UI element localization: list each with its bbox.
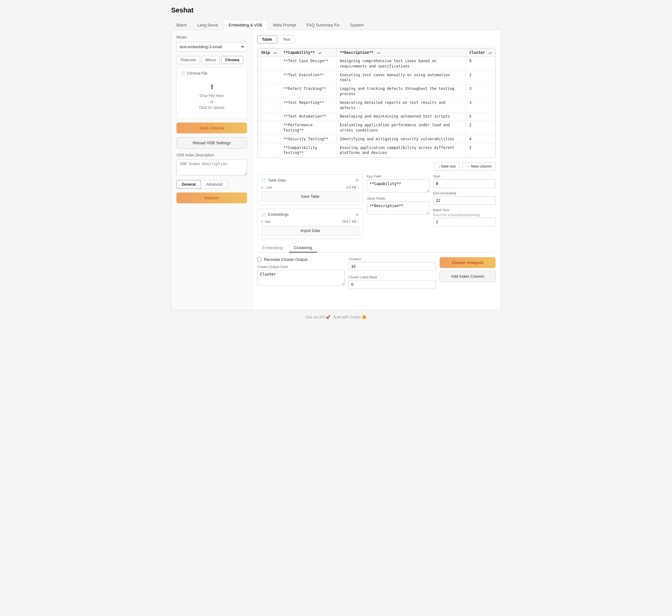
vdb-index-desc-label: VDB Index Description [176,153,247,157]
tab-clustering[interactable]: Clustering [289,243,317,252]
vdb-tab-milvus[interactable]: Milvus [201,56,220,64]
start-label: Start [433,174,496,178]
cell-skip [258,85,280,99]
general-advanced-tabs: General Advanced [176,180,247,189]
advanced-tab[interactable]: Advanced [201,180,228,189]
file-box-table-close[interactable]: ✕ [355,178,359,183]
table-row: **Test Case Design** Designing comprehen… [258,57,495,71]
cell-description: Designing comprehensive test cases based… [337,57,466,71]
file-box-table: 📄 Table Data ✕ c....csv 1.6 KB ↓ Save Ta… [257,174,363,205]
file-box-embeddings-close[interactable]: ✕ [355,212,359,217]
col-skip[interactable]: Skip ▲▼ [258,49,280,57]
save-table-button[interactable]: Save Table [261,192,359,201]
cluster-label-base-input[interactable] [349,280,436,289]
cluster-output-field-input[interactable]: Cluster [257,270,345,285]
upload-area[interactable]: 📄 Chroma File ⬆ Drop File Here - or - Cl… [176,67,247,119]
refresh-button[interactable]: Refresh [176,192,247,203]
file-size-table: c....csv 1.6 KB ↓ [261,185,359,189]
tab-meta-prompt[interactable]: Meta Prompt [267,20,301,30]
cell-skip [258,135,280,143]
cell-cluster: 3 [466,85,495,99]
batch-size-input[interactable] [433,218,496,226]
cell-skip [258,98,280,112]
model-label: Model [176,35,247,39]
middle-section: 📄 Table Data ✕ c....csv 1.6 KB ↓ Save Ta… [257,174,496,239]
clustering-section: Recreate Cluster Output Cluster Output F… [257,257,496,292]
recreate-cluster-checkbox[interactable] [257,257,261,262]
key-field-label: Key Field [367,174,429,178]
model-select[interactable]: text-embedding-3-small [176,42,247,52]
batch-size-label: Batch Size [433,208,496,212]
cell-description: Evaluating application performance under… [337,121,466,135]
cell-capability: **Test Execution** [280,71,336,85]
cell-cluster: 2 [466,121,495,135]
file-boxes: 📄 Table Data ✕ c....csv 1.6 KB ↓ Save Ta… [257,174,363,239]
sort-arrows-skip: ▲▼ [273,51,277,54]
embeddings-file-icon: 📄 [261,212,266,217]
cluster-analysis-button[interactable]: Cluster Analysis [440,257,496,268]
start-input[interactable] [433,179,496,188]
import-data-button[interactable]: Import Data [261,226,359,236]
cell-cluster: 5 [466,112,495,121]
upload-icon: ⬆ [209,83,215,91]
cell-capability: **Defect Tracking** [280,85,336,99]
col-cluster[interactable]: Cluster ▲▼ [466,49,495,57]
batch-size-hint: Batch for embedding/importing [433,213,496,217]
clusters-input[interactable] [349,262,436,271]
general-tab[interactable]: General [176,180,201,189]
config-section: Key Field **Capability** Value Fields **… [367,174,496,239]
save-chroma-button[interactable]: Save Chroma [176,123,247,133]
file-box-table-title: 📄 Table Data [261,178,285,183]
tab-embedding-vdb[interactable]: Embedding & VDB [223,20,267,30]
new-column-button[interactable]: → New column [462,162,496,171]
data-table-container: Skip ▲▼ **Capability** ▲▼ **Description*… [257,48,496,158]
top-tabs: Batch Lang Serve Embedding & VDB Meta Pr… [171,20,501,30]
cell-cluster: 4 [466,135,495,143]
add-index-column-button[interactable]: Add Index Column [440,271,496,282]
value-fields-label: Value Fields [367,197,429,200]
tab-system[interactable]: System [345,20,369,30]
table-row: **Test Execution** Executing test cases … [258,71,495,85]
table-file-icon: 📄 [261,178,266,183]
tab-embedding[interactable]: Embedding [257,243,288,252]
end-input[interactable] [433,196,496,205]
key-value-config: Key Field **Capability** Value Fields **… [367,174,429,239]
cell-description: Executing test cases manually or using a… [337,71,466,85]
tab-text[interactable]: Text [278,35,295,44]
sort-arrows-cluster: ▲▼ [489,51,492,54]
main-panel: Table Text Skip ▲▼ **Capability** [252,30,501,310]
cell-capability: **Test Reporting** [280,98,336,112]
cell-description: Generating detailed reports on test resu… [337,98,466,112]
reload-vdb-button[interactable]: Reload VDB Settings [176,137,247,149]
tab-faq-summary[interactable]: FAQ Summary Fix [301,20,345,30]
col-capability[interactable]: **Capability** ▲▼ [280,49,336,57]
vdb-tabs: Pinecone Milvus Chroma [176,56,247,64]
table-row: **Defect Tracking** Logging and tracking… [258,85,495,99]
file-box-embeddings-title: 📄 Embeddings [261,212,289,217]
vdb-tab-chroma[interactable]: Chroma [221,56,243,64]
cell-description: Developing and maintaining automated tes… [337,112,466,121]
cluster-output-field-label: Cluster Output Field [257,265,345,269]
bottom-tabs: Embedding Clustering [257,243,496,253]
key-field-input[interactable]: **Capability** [367,179,429,192]
table-row: **Security Testing** Identifying and mit… [258,135,495,143]
value-fields-input[interactable]: **Description** [367,201,429,215]
sidebar: Model text-embedding-3-small Pinecone Mi… [171,30,252,310]
new-row-button[interactable]: ↓ New row [434,162,460,171]
cell-capability: **Security Testing** [280,135,336,143]
col-description[interactable]: **Description** ▲▼ [337,49,466,57]
cell-capability: **Performance Testing** [280,121,336,135]
vdb-tab-pinecone[interactable]: Pinecone [176,56,200,64]
vdb-index-input[interactable] [176,159,247,175]
tab-lang-serve[interactable]: Lang Serve [192,20,223,30]
tab-table[interactable]: Table [257,35,277,44]
cell-cluster: 9 [466,57,495,71]
cell-skip [258,121,280,135]
cell-cluster: 3 [466,98,495,112]
tab-batch[interactable]: Batch [171,20,192,30]
table-actions: ↓ New row → New column [257,162,496,171]
cluster-mid: Clusters Cluster Label Base [349,257,436,292]
cell-capability: **Compatibility Testing** [280,143,336,157]
chroma-file-label: 📄 Chroma File [180,71,207,76]
cell-description: Logging and tracking defects throughout … [337,85,466,99]
